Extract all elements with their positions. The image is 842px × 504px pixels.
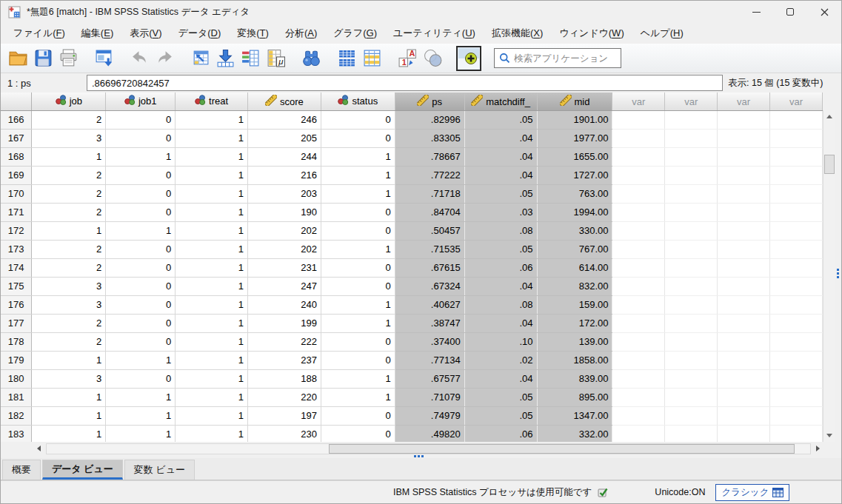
tab-variable-view[interactable]: 変数 ビュー [124,460,195,480]
cell[interactable]: 1 [176,184,248,203]
cell[interactable] [612,221,665,240]
cell[interactable]: 1 [176,110,248,129]
cell[interactable]: 3 [32,277,106,295]
cell[interactable]: .83305 [395,129,464,147]
horizontal-splitter-handle[interactable] [414,455,424,457]
cell[interactable]: 0 [106,295,176,314]
cell[interactable] [665,277,718,295]
minimize-button[interactable] [739,1,773,23]
cell[interactable]: 0 [321,129,395,147]
cell[interactable]: 1 [176,314,248,332]
row-number[interactable]: 174 [1,258,32,277]
cell[interactable] [612,258,665,277]
cell[interactable] [612,388,665,406]
cell[interactable] [612,295,665,314]
cell[interactable] [612,184,665,203]
row-number[interactable]: 166 [1,110,32,129]
cell[interactable]: .67324 [395,277,464,295]
cell[interactable]: 1 [321,166,395,184]
cell[interactable]: 1 [176,147,248,166]
cell[interactable]: 2 [32,332,106,351]
menu-item-v[interactable]: 表示(V) [121,24,170,43]
weight-cases-button[interactable] [360,47,384,70]
cell[interactable] [612,425,665,442]
column-header-job1[interactable]: job1 [106,93,176,110]
cell[interactable]: 1 [106,425,176,442]
cell[interactable]: 188 [248,369,321,388]
cell[interactable]: 2 [32,314,106,332]
cell[interactable]: .49820 [395,425,464,442]
cell[interactable]: 0 [321,258,395,277]
cell[interactable]: 763.00 [537,184,612,203]
menu-item-x[interactable]: 拡張機能(X) [484,24,551,43]
cell[interactable]: 247 [248,277,321,295]
cell[interactable]: 1 [32,388,106,406]
cell[interactable] [612,277,665,295]
cell[interactable]: 3 [32,369,106,388]
cell[interactable] [770,295,823,314]
open-folder-button[interactable] [6,47,30,70]
cell[interactable]: 332.00 [537,425,612,442]
use-sets-button[interactable] [421,47,444,70]
row-number[interactable]: 169 [1,166,32,184]
cell[interactable]: 0 [321,110,395,129]
cell[interactable]: 1 [106,221,176,240]
cell-value-input[interactable] [87,75,723,91]
cell[interactable] [612,332,665,351]
cell[interactable]: 0 [106,369,176,388]
cell[interactable]: 2 [32,203,106,221]
cell[interactable] [612,351,665,369]
cell[interactable]: 1901.00 [537,110,612,129]
cell[interactable]: .04 [464,314,537,332]
cell[interactable]: .06 [464,425,537,442]
cell[interactable]: .78667 [395,147,464,166]
cell[interactable]: 1727.00 [537,166,612,184]
cell[interactable]: .04 [464,277,537,295]
cell[interactable]: 1 [106,147,176,166]
scroll-up-button[interactable] [823,110,835,123]
cell[interactable]: 0 [321,221,395,240]
cell[interactable]: 330.00 [537,221,612,240]
cell[interactable] [770,129,823,147]
cell[interactable]: 2 [32,258,106,277]
cell[interactable]: .05 [464,184,537,203]
cell[interactable]: 222 [248,332,321,351]
menu-item-a[interactable]: 分析(A) [277,24,325,43]
cell[interactable]: .04 [464,129,537,147]
cell[interactable] [665,221,718,240]
row-number[interactable]: 175 [1,277,32,295]
cell[interactable] [665,406,718,425]
cell[interactable]: 199 [248,314,321,332]
cell[interactable]: 190 [248,203,321,221]
column-header-status[interactable]: status [321,93,395,110]
cell[interactable] [770,110,823,129]
cell[interactable] [770,147,823,166]
tab-overview[interactable]: 概要 [2,460,41,480]
search-box[interactable] [494,48,621,68]
cell[interactable] [612,166,665,184]
cell[interactable]: 1 [32,221,106,240]
cell[interactable] [718,295,770,314]
cell[interactable] [612,203,665,221]
cell[interactable]: .04 [464,166,537,184]
cell[interactable]: 767.00 [537,240,612,258]
cell[interactable] [718,332,770,351]
cell[interactable]: 1858.00 [537,351,612,369]
row-number[interactable]: 183 [1,425,32,442]
cell[interactable]: .05 [464,110,537,129]
cell[interactable] [770,332,823,351]
menu-item-w[interactable]: ウィンドウ(W) [551,24,632,43]
cell[interactable] [665,314,718,332]
cell[interactable]: .03 [464,203,537,221]
cell[interactable]: .37400 [395,332,464,351]
cell[interactable] [770,184,823,203]
cell[interactable]: 246 [248,110,321,129]
cell[interactable]: 2 [32,166,106,184]
cell[interactable]: 1 [106,351,176,369]
cell[interactable] [770,406,823,425]
cell[interactable]: 0 [106,129,176,147]
scroll-right-button[interactable] [812,443,823,454]
cell[interactable]: 1655.00 [537,147,612,166]
cell[interactable] [770,221,823,240]
row-number[interactable]: 177 [1,314,32,332]
